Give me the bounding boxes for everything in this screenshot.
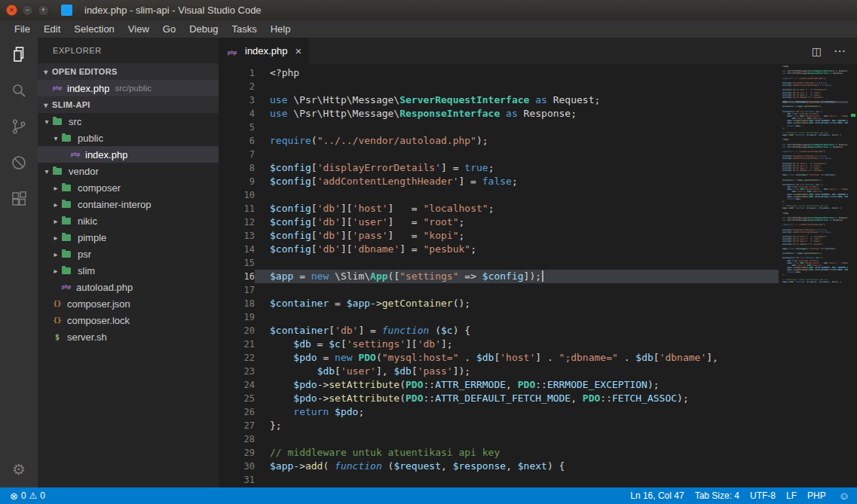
code-line[interactable]: 30$app->add( function ($request, $respon… [219, 460, 779, 473]
problems-indicator[interactable]: ⊗ 0 ⚠ 0 [5, 487, 51, 504]
code-line[interactable]: 31 [219, 473, 779, 487]
code-token: [ [653, 352, 660, 363]
vscode-logo-icon [61, 5, 72, 16]
activity-debug-button[interactable] [0, 146, 38, 182]
code-line[interactable]: 17 [219, 283, 779, 297]
code-line[interactable]: 6require("../../vendor/autoload.php"); [219, 134, 779, 148]
sidebar-explorer: EXPLORER ▾ OPEN EDITORS phpindex.phpsrc/… [38, 38, 219, 487]
tree-item-autoload-php[interactable]: phpautoload.php [38, 279, 219, 295]
tree-item-psr[interactable]: ▸psr [38, 246, 219, 262]
activity-source-control-button[interactable] [0, 110, 38, 146]
project-section-header[interactable]: ▾ SLIM-API [38, 96, 219, 113]
code-line[interactable]: 23 $db['user'], $db['pass']); [219, 365, 779, 378]
window-minimize-button[interactable]: − [22, 5, 33, 16]
code-line[interactable]: 22 $pdo = new PDO("mysql:host=" . $db['h… [219, 351, 779, 365]
activity-extensions-button[interactable] [0, 182, 38, 218]
status-tab-size[interactable]: Tab Size: 4 [690, 487, 745, 504]
tree-item-server-sh[interactable]: $server.sh [38, 328, 219, 345]
tree-item-pimple[interactable]: ▸pimple [38, 229, 219, 246]
code-line[interactable]: 14$config['db']['dbname'] = "pesbuk"; [219, 243, 779, 256]
open-editors-header[interactable]: ▾ OPEN EDITORS [38, 63, 219, 80]
code-line[interactable]: 29// middleware untuk atuentikasi api ke… [219, 446, 779, 460]
code-line[interactable]: 25 $pdo->setAttribute(PDO::ATTR_DEFAULT_… [219, 392, 779, 405]
code-editor[interactable]: 1<?php23use \Psr\Http\Message\ServerRequ… [219, 64, 857, 487]
code-token: ], [376, 365, 393, 377]
chevron-down-icon: ▾ [42, 167, 51, 176]
line-number: 7 [219, 148, 255, 161]
code-line[interactable]: 13$config['db']['pass'] = "kopi"; [219, 229, 779, 243]
code-token: $next [518, 460, 547, 472]
code-line[interactable]: 19 [219, 310, 779, 324]
tab-index-php[interactable]: php index.php × [219, 38, 310, 64]
tree-item-nikic[interactable]: ▸nikic [38, 212, 219, 229]
code-line[interactable]: 2 [219, 80, 779, 93]
code-line[interactable]: 8$config['displayErrorDetails'] = true; [219, 161, 779, 175]
status-language-mode[interactable]: PHP [802, 487, 831, 504]
code-line[interactable]: 21 $db = $c['settings']['db']; [219, 338, 779, 351]
menu-item-view[interactable]: View [121, 23, 156, 35]
tree-item-composer-lock[interactable]: {}composer.lock [38, 312, 219, 328]
code-token: $c [329, 338, 341, 350]
menu-item-go[interactable]: Go [156, 23, 182, 35]
tree-item-composer[interactable]: ▸composer [38, 179, 219, 196]
code-line[interactable]: 27}; [219, 419, 779, 432]
folder-icon [62, 267, 71, 274]
activity-search-button[interactable] [0, 74, 38, 110]
more-actions-icon[interactable]: ⋯ [834, 44, 846, 58]
settings-button[interactable]: ⚙ [0, 451, 38, 487]
code-line[interactable]: 20$container['db'] = function ($c) { [219, 324, 779, 338]
tree-item-index-php[interactable]: phpindex.php [38, 146, 219, 163]
code-line[interactable]: 18$container = $app->getContainer(); [219, 297, 779, 310]
code-token: 'addContentLengthHeader' [317, 176, 459, 187]
open-editor-index-php[interactable]: phpindex.phpsrc/public [38, 80, 219, 96]
code-token: function [335, 460, 382, 472]
menu-item-edit[interactable]: Edit [37, 23, 67, 35]
minimap[interactable]: <?phpuse \Psr\Http\Message\ServerRequest… [779, 64, 857, 487]
activity-explorer-button[interactable] [0, 38, 38, 74]
code-line[interactable]: 4use \Psr\Http\Message\ResponseInterface… [219, 107, 779, 121]
code-line[interactable]: 9$config['addContentLengthHeader'] = fal… [219, 175, 779, 188]
line-number: 22 [219, 351, 255, 365]
tree-item-vendor[interactable]: ▾vendor [38, 163, 219, 179]
menu-item-file[interactable]: File [8, 23, 37, 35]
code-line[interactable]: 10 [219, 188, 779, 202]
status-cursor-position[interactable]: Ln 16, Col 47 [625, 487, 689, 504]
code-line[interactable]: 16$app = new \Slim\App(["settings" => $c… [219, 270, 779, 283]
menu-item-tasks[interactable]: Tasks [225, 23, 263, 35]
code-token: 'dbname' [660, 352, 707, 363]
code-line[interactable]: 7 [219, 148, 779, 161]
tree-item-composer-json[interactable]: {}composer.json [38, 295, 219, 312]
menu-item-selection[interactable]: Selection [67, 23, 121, 35]
window-close-button[interactable]: × [6, 5, 17, 16]
code-line[interactable]: 28 [219, 432, 779, 446]
code-line[interactable]: 3use \Psr\Http\Message\ServerRequestInte… [219, 93, 779, 107]
tree-item-label: vendor [69, 166, 99, 177]
code-token: $app [270, 460, 293, 472]
code-line[interactable]: 1<?php [219, 66, 779, 80]
window-maximize-button[interactable]: + [38, 5, 49, 16]
code-token: use [270, 94, 293, 105]
code-line[interactable]: 15 [219, 256, 779, 270]
line-number: 30 [219, 460, 255, 473]
code-token: // middleware untuk atuentikasi api key [270, 447, 500, 458]
feedback-smiley-icon[interactable]: ☺ [831, 487, 857, 504]
code-line[interactable]: 24 $pdo->setAttribute(PDO::ATTR_ERRMODE,… [219, 378, 779, 392]
tree-item-public[interactable]: ▾public [38, 130, 219, 146]
code-token: ERRMODE_EXCEPTION [547, 379, 647, 390]
code-line[interactable]: 12$config['db']['user'] = "root"; [219, 215, 779, 229]
tree-item-slim[interactable]: ▸slim [38, 262, 219, 279]
code-token: [ [341, 338, 347, 350]
menu-item-debug[interactable]: Debug [182, 23, 225, 35]
open-editor-label: index.php [67, 83, 109, 94]
code-line[interactable]: 5 [219, 121, 779, 134]
tree-item-container-interop[interactable]: ▸container-interop [38, 196, 219, 212]
code-line[interactable]: 26 return $pdo; [219, 405, 779, 419]
split-editor-icon[interactable]: ◫ [812, 45, 822, 57]
code-line[interactable]: 11$config['db']['host'] = "localhost"; [219, 202, 779, 215]
status-eol[interactable]: LF [781, 487, 802, 504]
menu-item-help[interactable]: Help [264, 23, 298, 35]
tree-item-src[interactable]: ▾src [38, 113, 219, 130]
close-tab-icon[interactable]: × [295, 44, 301, 57]
code-token: ] = [458, 176, 482, 187]
status-encoding[interactable]: UTF-8 [745, 487, 781, 504]
